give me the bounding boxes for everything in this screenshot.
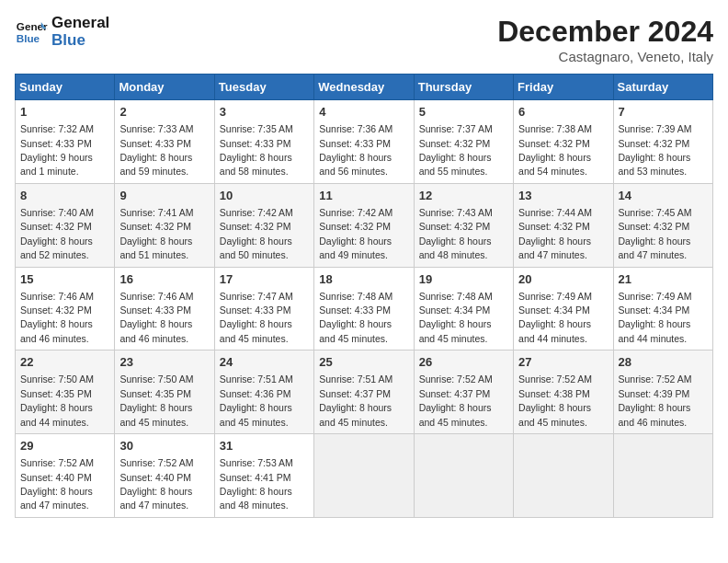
sunrise-info: Sunrise: 7:33 AM — [119, 123, 193, 134]
day-number: 11 — [319, 188, 408, 204]
day-number: 1 — [20, 104, 109, 121]
sunrise-info: Sunrise: 7:40 AM — [20, 207, 94, 218]
calendar-cell: 27Sunrise: 7:52 AMSunset: 4:38 PMDayligh… — [514, 350, 613, 434]
sunrise-info: Sunrise: 7:46 AM — [20, 291, 94, 302]
calendar-cell — [514, 434, 613, 518]
sunrise-info: Sunrise: 7:49 AM — [619, 291, 692, 302]
title-block: December 2024 Castagnaro, Veneto, Italy — [497, 15, 713, 64]
calendar-cell: 17Sunrise: 7:47 AMSunset: 4:33 PMDayligh… — [214, 267, 313, 350]
sunset-info: Sunset: 4:33 PM — [220, 304, 291, 316]
sunset-info: Sunset: 4:32 PM — [319, 221, 391, 232]
day-number: 10 — [220, 188, 309, 204]
location: Castagnaro, Veneto, Italy — [497, 49, 713, 64]
sunset-info: Sunset: 4:39 PM — [619, 388, 690, 399]
sunrise-info: Sunrise: 7:48 AM — [319, 291, 392, 302]
calendar-cell: 9Sunrise: 7:41 AMSunset: 4:32 PMDaylight… — [115, 183, 214, 267]
day-number: 4 — [319, 104, 408, 121]
sunset-info: Sunset: 4:40 PM — [20, 472, 92, 483]
calendar-cell: 24Sunrise: 7:51 AMSunset: 4:36 PMDayligh… — [214, 350, 313, 434]
day-number: 23 — [119, 354, 209, 371]
day-number: 14 — [619, 188, 708, 204]
calendar-cell: 2Sunrise: 7:33 AMSunset: 4:33 PMDaylight… — [115, 100, 214, 184]
sunset-info: Sunset: 4:33 PM — [319, 304, 391, 316]
calendar-cell: 26Sunrise: 7:52 AMSunset: 4:37 PMDayligh… — [414, 350, 513, 434]
sunset-info: Sunset: 4:32 PM — [220, 221, 291, 232]
daylight-info: Daylight: 8 hours and 58 minutes. — [220, 152, 292, 177]
calendar-cell: 21Sunrise: 7:49 AMSunset: 4:34 PMDayligh… — [613, 267, 712, 350]
day-number: 28 — [619, 354, 708, 371]
daylight-info: Daylight: 8 hours and 46 minutes. — [619, 402, 691, 427]
sunset-info: Sunset: 4:37 PM — [319, 388, 391, 399]
sunset-info: Sunset: 4:34 PM — [518, 304, 590, 316]
calendar-cell: 22Sunrise: 7:50 AMSunset: 4:35 PMDayligh… — [16, 350, 115, 434]
sunset-info: Sunset: 4:33 PM — [220, 138, 291, 149]
daylight-info: Daylight: 8 hours and 48 minutes. — [419, 236, 492, 260]
sunset-info: Sunset: 4:32 PM — [518, 221, 590, 232]
sunset-info: Sunset: 4:32 PM — [119, 221, 191, 232]
daylight-info: Daylight: 8 hours and 45 minutes. — [419, 402, 492, 427]
calendar-cell: 13Sunrise: 7:44 AMSunset: 4:32 PMDayligh… — [514, 183, 613, 267]
daylight-info: Daylight: 8 hours and 44 minutes. — [518, 318, 591, 343]
col-header-tuesday: Tuesday — [214, 75, 313, 100]
sunset-info: Sunset: 4:35 PM — [119, 388, 191, 399]
day-number: 19 — [419, 271, 508, 288]
calendar-cell: 14Sunrise: 7:45 AMSunset: 4:32 PMDayligh… — [613, 183, 712, 267]
calendar-cell: 6Sunrise: 7:38 AMSunset: 4:32 PMDaylight… — [514, 100, 613, 184]
day-number: 5 — [419, 104, 508, 121]
calendar-week-3: 15Sunrise: 7:46 AMSunset: 4:32 PMDayligh… — [16, 267, 713, 350]
sunset-info: Sunset: 4:32 PM — [419, 221, 491, 232]
sunrise-info: Sunrise: 7:52 AM — [119, 457, 193, 468]
sunset-info: Sunset: 4:32 PM — [20, 304, 92, 316]
sunset-info: Sunset: 4:34 PM — [419, 304, 491, 316]
day-number: 8 — [20, 188, 109, 204]
calendar-week-4: 22Sunrise: 7:50 AMSunset: 4:35 PMDayligh… — [16, 350, 713, 434]
daylight-info: Daylight: 8 hours and 49 minutes. — [319, 236, 392, 260]
calendar-cell: 23Sunrise: 7:50 AMSunset: 4:35 PMDayligh… — [115, 350, 214, 434]
daylight-info: Daylight: 8 hours and 45 minutes. — [319, 318, 392, 343]
daylight-info: Daylight: 8 hours and 47 minutes. — [619, 236, 691, 260]
day-number: 12 — [419, 188, 508, 204]
calendar-cell: 18Sunrise: 7:48 AMSunset: 4:33 PMDayligh… — [314, 267, 414, 350]
calendar-table: SundayMondayTuesdayWednesdayThursdayFrid… — [15, 74, 713, 518]
sunrise-info: Sunrise: 7:42 AM — [220, 207, 293, 218]
calendar-cell — [314, 434, 414, 518]
daylight-info: Daylight: 9 hours and 1 minute. — [20, 152, 93, 177]
day-number: 21 — [619, 271, 708, 288]
col-header-thursday: Thursday — [414, 75, 513, 100]
sunrise-info: Sunrise: 7:47 AM — [220, 291, 293, 302]
sunrise-info: Sunrise: 7:37 AM — [419, 123, 493, 134]
daylight-info: Daylight: 8 hours and 45 minutes. — [319, 402, 392, 427]
daylight-info: Daylight: 8 hours and 44 minutes. — [619, 318, 691, 343]
sunset-info: Sunset: 4:37 PM — [419, 388, 491, 399]
sunset-info: Sunset: 4:32 PM — [619, 221, 690, 232]
page-header: General Blue General Blue December 2024 … — [15, 15, 713, 64]
calendar-cell: 25Sunrise: 7:51 AMSunset: 4:37 PMDayligh… — [314, 350, 414, 434]
sunrise-info: Sunrise: 7:43 AM — [419, 207, 493, 218]
sunset-info: Sunset: 4:36 PM — [220, 388, 291, 399]
day-number: 31 — [220, 438, 309, 454]
calendar-cell: 12Sunrise: 7:43 AMSunset: 4:32 PMDayligh… — [414, 183, 513, 267]
day-number: 15 — [20, 271, 109, 288]
col-header-saturday: Saturday — [613, 75, 712, 100]
sunset-info: Sunset: 4:33 PM — [319, 138, 391, 149]
sunrise-info: Sunrise: 7:50 AM — [119, 373, 193, 385]
calendar-cell — [613, 434, 712, 518]
sunrise-info: Sunrise: 7:48 AM — [419, 291, 493, 302]
daylight-info: Daylight: 8 hours and 53 minutes. — [619, 152, 691, 177]
daylight-info: Daylight: 8 hours and 46 minutes. — [119, 318, 192, 343]
sunset-info: Sunset: 4:32 PM — [419, 138, 491, 149]
sunrise-info: Sunrise: 7:49 AM — [518, 291, 592, 302]
sunrise-info: Sunrise: 7:39 AM — [619, 123, 692, 134]
sunrise-info: Sunrise: 7:51 AM — [220, 373, 293, 385]
sunrise-info: Sunrise: 7:50 AM — [20, 373, 94, 385]
sunset-info: Sunset: 4:38 PM — [518, 388, 590, 399]
sunset-info: Sunset: 4:40 PM — [119, 472, 191, 483]
daylight-info: Daylight: 8 hours and 50 minutes. — [220, 236, 292, 260]
daylight-info: Daylight: 8 hours and 51 minutes. — [119, 236, 192, 260]
calendar-cell: 1Sunrise: 7:32 AMSunset: 4:33 PMDaylight… — [16, 100, 115, 184]
col-header-friday: Friday — [514, 75, 613, 100]
daylight-info: Daylight: 8 hours and 47 minutes. — [20, 486, 93, 511]
daylight-info: Daylight: 8 hours and 45 minutes. — [220, 318, 292, 343]
sunset-info: Sunset: 4:33 PM — [119, 138, 191, 149]
calendar-cell: 30Sunrise: 7:52 AMSunset: 4:40 PMDayligh… — [115, 434, 214, 518]
